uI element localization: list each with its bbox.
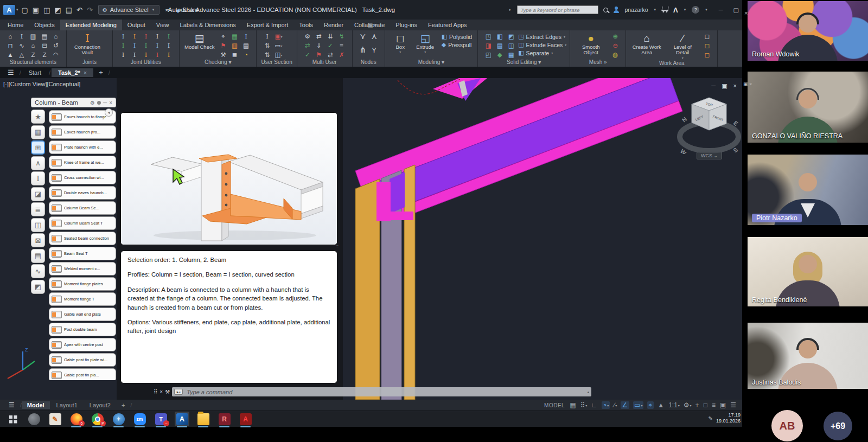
ribbon-icon[interactable]: ◔ [241,50,251,59]
viewcube[interactable]: N E W S TOP LEFT FRONT [675,89,742,154]
r-app[interactable]: R [217,412,232,426]
palette-category-button[interactable]: ◩ [31,280,45,294]
ribbon-icon[interactable]: ◠ [51,50,61,59]
ribbon-icon[interactable]: △ [17,50,27,59]
graphics-performance-icon[interactable]: ≡ [712,401,716,409]
column-left-flange[interactable] [355,179,380,400]
viewport-restore-icon[interactable]: ▣ [722,82,727,89]
ribbon-icon[interactable]: I [118,41,128,50]
ribbon-group-label[interactable]: Checking ▾ [180,59,256,67]
blue-globe-app[interactable]: ✦ [111,412,126,426]
drawing-viewport[interactable]: [-][Custom View][Conceptual] ─ ▣ × N E W… [0,78,742,400]
palette-category-button[interactable]: ▤ [31,249,45,263]
advance-steel-app[interactable]: A [175,412,189,426]
ribbon-icon[interactable]: I [164,32,174,41]
tab-start[interactable]: Start [22,68,48,77]
ribbon-tab[interactable]: Labels & Dimensions [175,20,241,30]
palette-category-button[interactable]: ≣ [31,202,45,216]
connection-type-item[interactable]: Knee of frame at we... [49,156,116,169]
grid-icon[interactable]: ▦ [570,401,576,409]
ribbon-icon[interactable]: I [262,32,272,41]
connection-type-item[interactable]: Column Beam Se... [49,201,116,215]
ribbon-icon[interactable]: ∿ [17,41,27,50]
statusbar-menu-icon[interactable]: ☰ [3,401,20,409]
isolate-objects-icon[interactable]: □ [704,401,708,409]
ribbon-group-label[interactable]: Multi User [297,59,352,67]
ortho-icon[interactable]: ∟ [591,401,598,409]
signed-in-user[interactable]: pnazarko [624,7,648,13]
annotation-scale-icon[interactable]: 1:1 ▾ [668,401,680,409]
ribbon-group-label[interactable]: Modeling ▾ [385,59,477,67]
redo-icon[interactable]: ↷ [87,6,93,14]
ribbon-icon[interactable]: ◧ [495,32,505,41]
palette-close-icon[interactable]: × [109,100,112,106]
ribbon-icon[interactable]: ◩ [506,32,516,41]
ribbon-icon[interactable]: ✓ [303,50,312,59]
viewport-controls-label[interactable]: [-][Custom View][Conceptual] [3,81,80,87]
ribbon-icon[interactable]: ⊟ [40,41,49,50]
ribbon-icon[interactable]: I [141,41,151,50]
ribbon-group-label[interactable]: Joint Utilities [113,59,179,67]
osnap-icon[interactable]: ∠ [621,401,629,409]
ribbon-small-button[interactable]: ◳ Extract Edges ▾ [518,33,566,40]
connection-type-item[interactable]: Gable wall end plate [49,308,116,321]
workspace-dropdown[interactable]: ⚙ Advance Steel ▾ [98,5,159,15]
more-participants-badge[interactable]: +69 [824,412,852,440]
ribbon-small-button[interactable]: ◧ Polysolid [442,33,474,40]
ribbon-big-button[interactable]: ∕ Level of Detail ▾ [665,32,700,60]
ribbon-icon[interactable]: ⋎ [358,32,368,41]
ribbon-icon[interactable]: ✗ [337,50,347,59]
ribbon-icon[interactable]: ▥ [28,32,38,41]
ribbon-icon[interactable]: ⇄ [326,50,335,59]
command-history-arrow-icon[interactable]: ▴ [587,390,589,394]
ribbon-icon[interactable]: I [141,32,151,41]
command-grip-icon[interactable]: ⠿ [154,389,157,395]
ribbon-icon[interactable]: I [241,32,251,41]
layout-tab[interactable]: Layout1 [51,401,83,409]
tray-pen-icon[interactable]: ✎ [709,415,713,421]
ribbon-icon[interactable]: Z [40,50,49,59]
connection-type-item[interactable]: Moment flange T [49,292,116,306]
connection-type-item[interactable]: Gable post fin pla... [49,368,116,380]
palette-category-button[interactable]: ◫ [31,218,45,232]
save-as-icon[interactable]: ◩ [54,6,61,14]
ribbon-group-label[interactable]: Work Area [626,60,717,67]
connection-type-item[interactable]: Seated beam connection [49,232,116,245]
ribbon-small-button[interactable]: ◧ Separate ▾ [518,49,566,56]
ribbon-tab[interactable]: Export & Import [241,20,293,30]
viewcube-south[interactable]: S [732,146,739,154]
ribbon-group-label[interactable]: Solid Editing ▾ [478,59,570,67]
connection-type-item[interactable]: Apex with centre post [49,338,116,351]
palette-category-button[interactable]: I [31,171,45,185]
open-file-icon[interactable]: ▣ [33,6,39,14]
customization-menu-icon[interactable]: ☰ [730,401,737,409]
isodraft-icon[interactable]: ∕ ▾ [614,401,617,409]
palette-category-button[interactable]: ★ [31,110,45,124]
ribbon-big-button[interactable]: ▤ Model Check [183,32,216,59]
ribbon-small-button[interactable]: ◆ Presspull [442,41,474,48]
annotation-visibility-icon[interactable]: ▲ [658,401,665,409]
ribbon-icon[interactable]: ≡ [337,41,347,50]
command-customize-icon[interactable]: ⚒ [165,389,170,395]
connection-type-item[interactable]: Post double beam [49,323,116,336]
ribbon-icon[interactable]: I [141,50,151,59]
layout-tab[interactable]: Model [22,401,50,409]
palette-category-button[interactable]: ∿ [31,264,45,278]
connection-type-item[interactable]: Welded moment c... [49,262,116,276]
connection-type-item[interactable]: Double eaves haunch... [49,186,116,200]
ribbon-icon[interactable]: ◻ [702,50,712,59]
ribbon-icon[interactable]: ◍ [610,50,620,59]
connection-type-item[interactable]: Gable post fin plate wi... [49,353,116,367]
audio-device-app[interactable] [27,412,41,426]
ribbon-icon[interactable]: ▲ [5,50,15,59]
ribbon-icon[interactable]: ▤ [241,41,251,50]
new-tab-button[interactable]: + [94,68,107,76]
ribbon-icon[interactable]: I [152,50,162,59]
ribbon-group-label[interactable]: Structural elements [0,59,66,67]
ribbon-icon[interactable]: I [130,41,139,50]
ribbon-icon[interactable]: I [118,32,128,41]
start-button[interactable] [5,412,20,426]
app-menu-button[interactable]: A [3,5,15,15]
wcs-dropdown[interactable]: WCS ⌄ [697,152,722,159]
ribbon-icon[interactable]: ▤ [40,32,49,41]
